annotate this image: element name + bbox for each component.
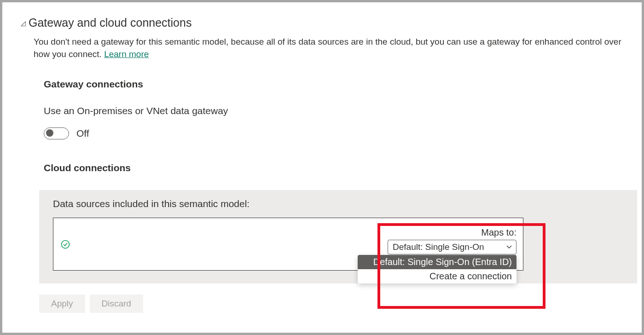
- gateway-connections-title: Gateway connections: [44, 79, 637, 90]
- cloud-connections-title: Cloud connections: [44, 162, 637, 173]
- section-header[interactable]: ◿ Gateway and cloud connections: [21, 16, 637, 29]
- maps-to-dropdown-menu: Default: Single Sign-On (Entra ID) Creat…: [358, 255, 516, 283]
- data-sources-panel: Data sources included in this semantic m…: [39, 190, 637, 283]
- toggle-knob: [46, 129, 53, 137]
- dropdown-option-sso[interactable]: Default: Single Sign-On (Entra ID): [358, 255, 516, 269]
- section-title: Gateway and cloud connections: [29, 16, 191, 29]
- gateway-toggle[interactable]: [44, 127, 69, 139]
- apply-button[interactable]: Apply: [39, 295, 85, 313]
- svg-point-0: [62, 240, 70, 248]
- discard-button[interactable]: Discard: [90, 295, 143, 313]
- expand-collapse-icon[interactable]: ◿: [21, 19, 26, 27]
- dropdown-option-create[interactable]: Create a connection: [358, 269, 516, 283]
- gateway-toggle-label: Use an On-premises or VNet data gateway: [44, 105, 637, 116]
- gateway-toggle-state: Off: [76, 128, 89, 139]
- dropdown-selected-text: Default: Single Sign-On: [393, 242, 484, 252]
- data-sources-label: Data sources included in this semantic m…: [53, 198, 623, 209]
- maps-to-label: Maps to:: [388, 227, 516, 238]
- data-source-row: Maps to: Default: Single Sign-On Default…: [53, 218, 523, 271]
- status-check-icon: [61, 240, 70, 249]
- chevron-down-icon: [506, 243, 512, 251]
- maps-to-dropdown[interactable]: Default: Single Sign-On: [388, 240, 516, 254]
- section-description: You don't need a gateway for this semant…: [34, 36, 637, 60]
- learn-more-link[interactable]: Learn more: [104, 49, 149, 59]
